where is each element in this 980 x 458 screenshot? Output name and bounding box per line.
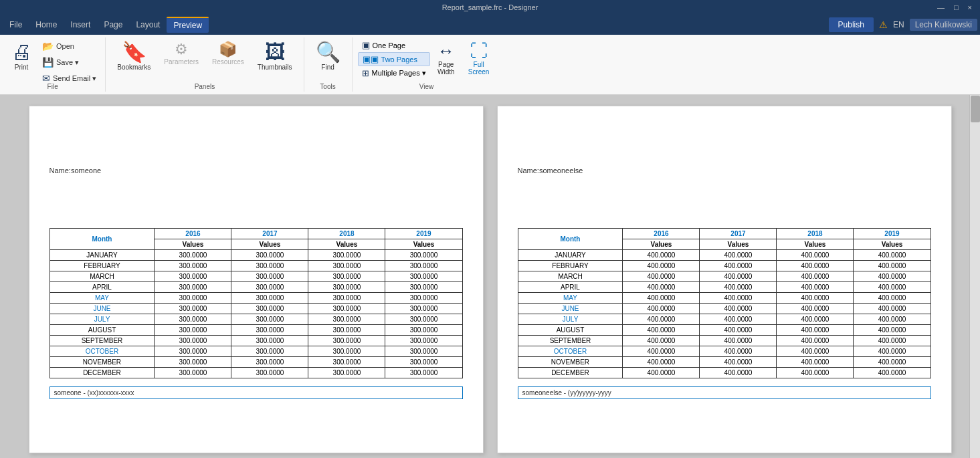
parameters-button[interactable]: ⚙ Parameters [158,39,205,69]
page2-val-header-2017: Values [700,239,777,250]
one-page-button[interactable]: ▣ One Page [358,39,430,51]
report-page-1: Name:someone Month 2016 2017 2018 2019 V… [29,106,484,453]
print-label: Print [15,64,29,71]
value-cell: 300.0000 [155,368,231,378]
save-button[interactable]: 💾 Save ▾ [39,55,100,70]
alert-icon: ⚠ [879,19,888,30]
close-button[interactable]: × [965,3,975,11]
month-cell: OCTOBER [50,346,155,357]
language-selector[interactable]: EN [893,20,904,29]
menu-page[interactable]: Page [97,17,129,32]
page2-val-header-2019: Values [854,239,930,250]
value-cell: 300.0000 [385,346,462,357]
resources-button[interactable]: 📦 Resources [206,39,250,69]
user-menu[interactable]: Lech Kulikowski [910,19,977,31]
month-cell: APRIL [518,282,623,293]
menu-bar: File Home Insert Page Layout Preview Pub… [0,15,980,35]
minimize-button[interactable]: — [935,3,947,11]
value-cell: 400.0000 [700,336,777,346]
open-icon: 📂 [42,41,54,51]
scrollbar-thumb[interactable] [971,96,980,122]
value-cell: 400.0000 [854,271,930,282]
ribbon-group-tools: 🔍 Find Tools [304,37,353,92]
multiple-pages-label: Multiple Pages ▾ [372,69,426,78]
scrollbar[interactable] [969,95,980,458]
value-cell: 400.0000 [854,368,930,378]
resources-icon: 📦 [219,42,237,57]
value-cell: 300.0000 [385,357,462,368]
publish-button[interactable]: Publish [829,17,874,32]
menu-insert[interactable]: Insert [64,17,97,32]
value-cell: 400.0000 [700,314,777,325]
menu-layout[interactable]: Layout [129,17,167,32]
page2-val-header-2018: Values [777,239,854,250]
value-cell: 300.0000 [308,271,385,282]
email-icon: ✉ [42,73,50,84]
value-cell: 400.0000 [623,271,700,282]
value-cell: 300.0000 [308,304,385,314]
month-cell: MAY [50,293,155,304]
value-cell: 400.0000 [777,368,854,378]
maximize-button[interactable]: □ [951,3,961,11]
page1-year-2017: 2017 [231,229,308,239]
multiple-pages-button[interactable]: ⊞ Multiple Pages ▾ [358,67,430,80]
value-cell: 300.0000 [231,314,308,325]
month-cell: JUNE [50,304,155,314]
month-cell: SEPTEMBER [518,336,623,346]
tools-group-label: Tools [304,83,352,90]
value-cell: 300.0000 [231,304,308,314]
bookmarks-label: Bookmarks [117,64,151,71]
value-cell: 300.0000 [385,250,462,261]
page1-val-header-2018: Values [308,239,385,250]
thumbnails-icon: 🖼 [265,42,285,62]
value-cell: 400.0000 [777,293,854,304]
value-cell: 300.0000 [155,271,231,282]
title-bar: Report_sample.frc - Designer — □ × [0,0,980,15]
two-pages-label: Two Pages [381,55,417,64]
value-cell: 300.0000 [308,314,385,325]
value-cell: 400.0000 [623,282,700,293]
page1-val-header-2016: Values [155,239,231,250]
value-cell: 400.0000 [623,261,700,271]
open-button[interactable]: 📂 Open [39,39,100,53]
value-cell: 400.0000 [777,346,854,357]
value-cell: 300.0000 [308,282,385,293]
month-cell: MARCH [50,271,155,282]
value-cell: 300.0000 [231,250,308,261]
find-button[interactable]: 🔍 Find [310,39,347,74]
value-cell: 400.0000 [623,357,700,368]
value-cell: 400.0000 [623,346,700,357]
main-area: Name:someone Month 2016 2017 2018 2019 V… [0,95,980,458]
menu-file[interactable]: File [3,17,29,32]
value-cell: 300.0000 [155,346,231,357]
full-screen-button[interactable]: ⛶ FullScreen [462,39,496,79]
value-cell: 400.0000 [623,250,700,261]
page-width-button[interactable]: ↔ PageWidth [431,39,461,79]
value-cell: 400.0000 [854,304,930,314]
value-cell: 400.0000 [777,304,854,314]
two-pages-icon: ▣▣ [363,54,379,64]
print-button[interactable]: 🖨 Print [5,39,37,74]
month-cell: FEBRUARY [50,261,155,271]
value-cell: 400.0000 [854,346,930,357]
two-pages-button[interactable]: ▣▣ Two Pages [358,52,430,66]
value-cell: 400.0000 [854,336,930,346]
month-cell: JULY [518,314,623,325]
menu-preview[interactable]: Preview [167,17,209,33]
thumbnails-button[interactable]: 🖼 Thumbnails [252,39,298,74]
value-cell: 400.0000 [854,261,930,271]
page2-year-2017: 2017 [700,229,777,239]
value-cell: 300.0000 [308,293,385,304]
value-cell: 400.0000 [700,271,777,282]
file-small-buttons: 📂 Open 💾 Save ▾ ✉ Send Email ▾ [39,39,100,86]
value-cell: 400.0000 [700,368,777,378]
menu-home[interactable]: Home [29,17,64,32]
value-cell: 300.0000 [231,357,308,368]
open-label: Open [56,42,74,50]
page2-year-2019: 2019 [854,229,930,239]
page1-month-header: Month [50,229,155,250]
bookmarks-button[interactable]: 🔖 Bookmarks [111,39,157,74]
value-cell: 400.0000 [700,357,777,368]
value-cell: 400.0000 [777,314,854,325]
value-cell: 400.0000 [854,282,930,293]
